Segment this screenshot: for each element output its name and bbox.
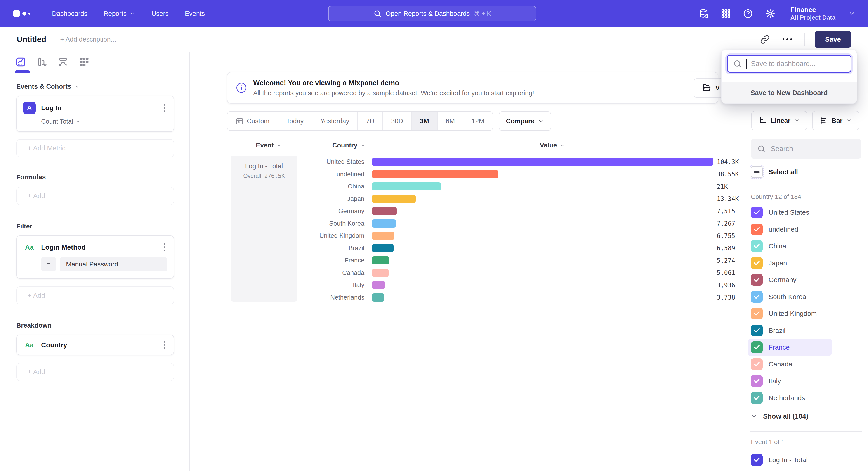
country-filter-row[interactable]: Germany bbox=[751, 271, 832, 289]
column-value[interactable]: Value bbox=[540, 142, 565, 149]
bar[interactable] bbox=[372, 182, 441, 190]
event-checkbox[interactable] bbox=[751, 454, 763, 466]
country-filter-row[interactable]: South Korea bbox=[751, 289, 832, 305]
report-title[interactable]: Untitled bbox=[17, 35, 46, 44]
date-range-button[interactable]: Custom bbox=[227, 112, 278, 130]
help-icon[interactable] bbox=[743, 8, 753, 19]
bar[interactable] bbox=[372, 256, 389, 264]
country-filter-row[interactable]: Netherlands bbox=[751, 389, 832, 407]
date-range-button[interactable]: Today bbox=[278, 112, 312, 130]
nav-users[interactable]: Users bbox=[151, 10, 168, 18]
country-filter-row[interactable]: Brazil bbox=[751, 322, 832, 339]
filter-value[interactable]: Manual Password bbox=[60, 257, 167, 271]
events-cohorts-header[interactable]: Events & Cohorts bbox=[16, 83, 174, 90]
event-kebab-menu[interactable] bbox=[162, 102, 167, 114]
data-management-icon[interactable] bbox=[699, 8, 709, 19]
column-event[interactable]: Event bbox=[256, 142, 282, 149]
event-name[interactable]: Log In bbox=[41, 104, 61, 112]
date-range-button[interactable]: 30D bbox=[383, 112, 412, 130]
column-country[interactable]: Country bbox=[332, 142, 366, 149]
breakdown-kebab-menu[interactable] bbox=[162, 339, 167, 351]
nav-reports[interactable]: Reports bbox=[103, 10, 135, 18]
event-summary-panel[interactable]: Log In - Total Overall 276.5K bbox=[231, 156, 297, 301]
check-icon bbox=[753, 310, 761, 317]
apps-grid-icon[interactable] bbox=[721, 8, 731, 19]
filter-card[interactable]: Aa Login Method = Manual Password bbox=[16, 235, 174, 279]
add-breakdown-button[interactable]: + Add bbox=[16, 363, 174, 381]
country-checkbox[interactable] bbox=[751, 392, 763, 404]
nav-dashboards[interactable]: Dashboards bbox=[52, 10, 87, 18]
country-filter-row[interactable]: France bbox=[748, 339, 832, 356]
bar[interactable] bbox=[372, 269, 389, 277]
bar[interactable] bbox=[372, 207, 397, 215]
bar[interactable] bbox=[372, 195, 416, 203]
bar[interactable] bbox=[372, 232, 394, 240]
country-filter-row[interactable]: Italy bbox=[751, 373, 832, 389]
chart-type-selector[interactable]: Bar bbox=[812, 111, 859, 130]
scale-selector[interactable]: Linear bbox=[751, 111, 807, 130]
country-checkbox[interactable] bbox=[751, 325, 763, 336]
country-checkbox[interactable] bbox=[751, 291, 763, 303]
mixpanel-logo[interactable] bbox=[13, 10, 30, 18]
add-description[interactable]: + Add description... bbox=[60, 36, 116, 43]
country-filter-row[interactable]: Japan bbox=[751, 255, 832, 272]
bar[interactable] bbox=[372, 293, 384, 301]
tab-flows[interactable] bbox=[57, 56, 69, 68]
tab-funnels[interactable] bbox=[36, 56, 48, 68]
date-range-button[interactable]: Yesterday bbox=[312, 112, 358, 130]
country-checkbox[interactable] bbox=[751, 358, 763, 370]
info-icon: i bbox=[237, 83, 246, 93]
event-card[interactable]: A Log In Count Total bbox=[16, 96, 174, 132]
compare-button[interactable]: Compare bbox=[499, 111, 551, 131]
date-range-button[interactable]: 3M bbox=[412, 112, 438, 130]
date-range-button[interactable]: 6M bbox=[438, 112, 463, 130]
country-filter-row[interactable]: United Kingdom bbox=[751, 305, 832, 322]
aggregation-selector[interactable]: Count Total bbox=[41, 118, 167, 125]
show-all-toggle[interactable]: Show all (184) bbox=[751, 409, 861, 423]
nav-events[interactable]: Events bbox=[185, 10, 205, 18]
filter-operator[interactable]: = bbox=[41, 257, 56, 271]
filter-property[interactable]: Login Method bbox=[41, 243, 86, 251]
bar[interactable] bbox=[372, 281, 385, 289]
bar[interactable] bbox=[372, 170, 498, 178]
project-switcher[interactable]: Finance All Project Data bbox=[790, 5, 835, 22]
country-filter-row[interactable]: United States bbox=[751, 204, 832, 221]
country-filter-row[interactable]: undefined bbox=[751, 221, 832, 238]
date-range-button[interactable]: 12M bbox=[463, 112, 492, 130]
event-filter-row[interactable]: Log In - Total bbox=[751, 451, 861, 468]
add-metric-button[interactable]: + Add Metric bbox=[16, 139, 174, 157]
save-button[interactable]: Save bbox=[815, 31, 851, 48]
select-all-checkbox[interactable] bbox=[751, 166, 763, 178]
country-checkbox[interactable] bbox=[751, 342, 763, 353]
country-checkbox[interactable] bbox=[751, 224, 763, 235]
country-checkbox[interactable] bbox=[751, 274, 763, 286]
add-filter-button[interactable]: + Add bbox=[16, 286, 174, 304]
country-checkbox[interactable] bbox=[751, 257, 763, 269]
settings-gear-icon[interactable] bbox=[765, 8, 775, 19]
date-range-button[interactable]: 7D bbox=[358, 112, 383, 130]
select-all-row[interactable]: Select all bbox=[751, 166, 861, 178]
country-checkbox[interactable] bbox=[751, 375, 763, 387]
save-dashboard-search-input[interactable]: Save to dashboard... bbox=[727, 55, 851, 72]
copy-link-button[interactable] bbox=[760, 34, 770, 45]
country-checkbox[interactable] bbox=[751, 308, 763, 319]
bar[interactable] bbox=[372, 219, 396, 228]
tab-insights[interactable] bbox=[15, 56, 26, 68]
global-search[interactable]: Open Reports & Dashboards ⌘ + K bbox=[328, 6, 536, 21]
bar[interactable] bbox=[372, 244, 394, 252]
bar[interactable] bbox=[372, 158, 713, 166]
save-to-new-dashboard-button[interactable]: Save to New Dashboard bbox=[721, 82, 857, 104]
country-checkbox[interactable] bbox=[751, 240, 763, 252]
breakdown-card[interactable]: Aa Country bbox=[16, 334, 174, 355]
more-options-button[interactable] bbox=[780, 36, 794, 42]
country-filter-row[interactable]: Canada bbox=[751, 356, 832, 373]
breakdown-property[interactable]: Country bbox=[41, 341, 67, 349]
country-filter-row[interactable]: China bbox=[751, 238, 832, 255]
country-label: Canada bbox=[769, 360, 792, 368]
tab-retention[interactable] bbox=[79, 56, 90, 68]
chevron-down-icon[interactable] bbox=[848, 10, 855, 17]
country-checkbox[interactable] bbox=[751, 207, 763, 218]
filter-kebab-menu[interactable] bbox=[162, 241, 167, 253]
add-formula-button[interactable]: + Add bbox=[16, 187, 174, 205]
segment-search-input[interactable]: Search bbox=[751, 139, 861, 159]
